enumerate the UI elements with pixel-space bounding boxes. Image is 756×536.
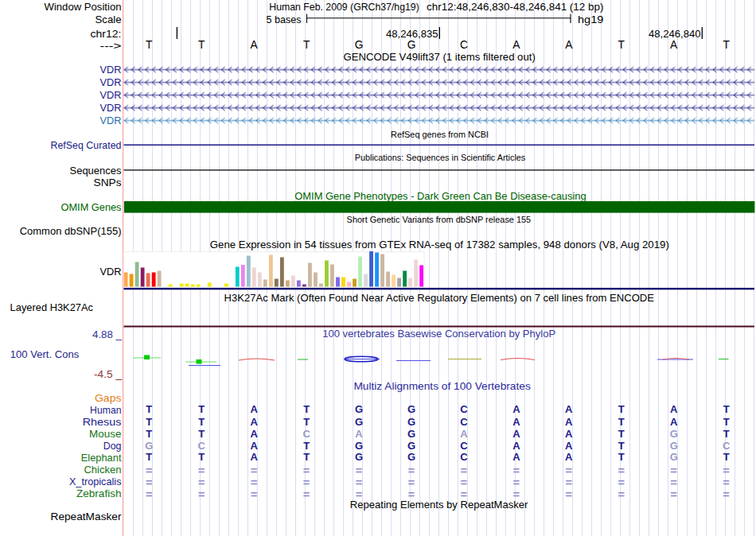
svg-text:Common dbSNP(155): Common dbSNP(155): [20, 225, 122, 237]
svg-text:A: A: [512, 451, 520, 463]
svg-text:G: G: [407, 39, 416, 51]
svg-text:RepeatMasker: RepeatMasker: [51, 511, 123, 522]
svg-text:A: A: [565, 451, 573, 463]
svg-text:G: G: [355, 403, 363, 415]
svg-text:Layered H3K27Ac: Layered H3K27Ac: [10, 301, 94, 313]
svg-text:RefSeq genes from NCBI: RefSeq genes from NCBI: [391, 130, 489, 139]
svg-text:C: C: [460, 416, 468, 428]
svg-text:X_tropicalis: X_tropicalis: [69, 476, 122, 487]
svg-text:T: T: [198, 39, 205, 51]
svg-text:100 Vert. Cons: 100 Vert. Cons: [10, 348, 80, 360]
svg-text:T: T: [723, 451, 730, 463]
svg-text:A: A: [460, 428, 468, 440]
svg-text:A: A: [250, 416, 258, 428]
svg-text:T: T: [723, 39, 730, 51]
svg-text:T: T: [146, 451, 152, 463]
svg-text:T: T: [618, 39, 625, 51]
svg-text:Rhesus: Rhesus: [83, 417, 122, 428]
svg-text:T: T: [198, 403, 205, 415]
svg-text:T: T: [198, 451, 205, 463]
svg-text:A: A: [512, 416, 520, 428]
svg-text:VDR: VDR: [100, 76, 122, 88]
svg-text:A: A: [250, 403, 258, 415]
svg-text:VDR: VDR: [100, 89, 122, 101]
svg-text:C: C: [460, 403, 468, 415]
svg-text:OMIM Genes: OMIM Genes: [61, 201, 122, 213]
svg-text:A: A: [565, 403, 573, 415]
svg-text:T: T: [618, 403, 625, 415]
svg-text:Repeating Elements by RepeatMa: Repeating Elements by RepeatMasker: [350, 499, 528, 511]
svg-text:T: T: [146, 403, 152, 415]
svg-text:VDR: VDR: [100, 115, 122, 126]
svg-text:T: T: [303, 403, 310, 415]
svg-text:G: G: [670, 428, 678, 440]
svg-text:Window Position: Window Position: [45, 1, 122, 13]
svg-text:A: A: [355, 428, 363, 440]
svg-text:Scale: Scale: [95, 14, 122, 25]
svg-text:T: T: [146, 39, 153, 51]
svg-text:T: T: [303, 440, 310, 452]
svg-text:C: C: [723, 440, 731, 452]
svg-text:--->: --->: [100, 40, 122, 52]
svg-text:SNPs: SNPs: [94, 177, 122, 188]
svg-text:Human Feb. 2009 (GRCh37/hg19): Human Feb. 2009 (GRCh37/hg19): [269, 1, 419, 13]
svg-text:A: A: [250, 440, 258, 452]
svg-text:G: G: [407, 416, 415, 428]
svg-text:100 vertebrates Basewise Conse: 100 vertebrates Basewise Conservation by…: [322, 328, 555, 340]
svg-text:Gene Expression in 54 tissues: Gene Expression in 54 tissues from GTEx …: [210, 239, 669, 251]
svg-text:Human: Human: [90, 405, 121, 416]
svg-text:A: A: [565, 39, 573, 51]
svg-text:A: A: [670, 403, 678, 415]
svg-text:G: G: [355, 451, 363, 463]
svg-text:chr12:48,246,830-48,246,841 (1: chr12:48,246,830-48,246,841 (12 bp): [427, 1, 603, 13]
svg-text:A: A: [565, 416, 573, 428]
svg-text:A: A: [512, 428, 520, 440]
svg-text:RefSeq Curated: RefSeq Curated: [51, 139, 122, 151]
svg-text:C: C: [198, 440, 206, 452]
svg-text:GENCODE V49lift37 (1 items fil: GENCODE V49lift37 (1 items filtered out): [343, 52, 535, 63]
svg-text:A: A: [250, 428, 258, 440]
svg-text:G: G: [407, 440, 415, 452]
svg-text:OMIM Gene Phenotypes - Dark Gr: OMIM Gene Phenotypes - Dark Green Can Be…: [294, 190, 586, 202]
svg-text:Multiz Alignments of 100 Verte: Multiz Alignments of 100 Vertebrates: [353, 380, 531, 392]
svg-text:Publications: Sequences in Sci: Publications: Sequences in Scientific Ar…: [355, 153, 526, 162]
svg-text:T: T: [723, 416, 730, 428]
svg-text:C: C: [460, 39, 468, 51]
svg-text:T: T: [146, 428, 152, 440]
svg-text:Short Genetic Variants from db: Short Genetic Variants from dbSNP releas…: [347, 215, 532, 224]
svg-text:T: T: [198, 416, 205, 428]
svg-text:C: C: [460, 451, 468, 463]
svg-text:T: T: [303, 416, 310, 428]
svg-text:G: G: [407, 428, 415, 440]
svg-text:A: A: [565, 428, 573, 440]
svg-text:A: A: [512, 440, 520, 452]
svg-text:T: T: [723, 403, 730, 415]
svg-text:T: T: [618, 428, 625, 440]
svg-text:G: G: [145, 440, 153, 452]
svg-text:H3K27Ac Mark (Often Found Near: H3K27Ac Mark (Often Found Near Active Re…: [224, 292, 655, 304]
svg-text:-4.5 _: -4.5 _: [94, 368, 123, 380]
svg-text:hg19: hg19: [578, 14, 603, 25]
svg-text:A: A: [512, 39, 520, 51]
svg-text:G: G: [355, 39, 364, 51]
svg-text:Sequences: Sequences: [70, 165, 122, 177]
svg-text:A: A: [250, 451, 258, 463]
svg-text:4.88 _: 4.88 _: [92, 328, 123, 340]
svg-text:G: G: [407, 451, 415, 463]
svg-text:T: T: [618, 440, 625, 452]
svg-text:5 bases: 5 bases: [267, 14, 302, 25]
svg-text:T: T: [303, 451, 310, 463]
svg-text:A: A: [670, 416, 678, 428]
svg-text:VDR: VDR: [100, 266, 122, 278]
svg-text:A: A: [251, 39, 259, 51]
svg-text:T: T: [618, 416, 625, 428]
svg-text:Zebrafish: Zebrafish: [76, 488, 122, 499]
svg-text:Dog: Dog: [103, 441, 122, 452]
svg-text:VDR: VDR: [100, 64, 122, 76]
svg-text:C: C: [460, 440, 468, 452]
svg-text:A: A: [512, 403, 520, 415]
svg-text:T: T: [303, 39, 310, 51]
svg-text:Gaps: Gaps: [95, 393, 122, 404]
svg-text:T: T: [618, 451, 625, 463]
svg-text:A: A: [670, 39, 678, 51]
